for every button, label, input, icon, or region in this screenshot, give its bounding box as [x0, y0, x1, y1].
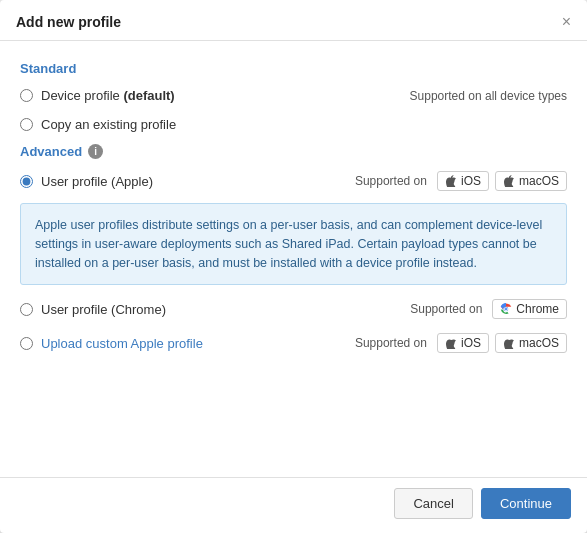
- device-profile-default: (default): [123, 88, 174, 103]
- upload-apple-radio[interactable]: [20, 337, 33, 350]
- copy-profile-label[interactable]: Copy an existing profile: [41, 117, 176, 132]
- user-profile-chrome-label[interactable]: User profile (Chrome): [41, 302, 166, 317]
- chrome-icon: [500, 303, 512, 315]
- macos-badge: macOS: [495, 171, 567, 191]
- user-profile-chrome-radio[interactable]: [20, 303, 33, 316]
- continue-button[interactable]: Continue: [481, 488, 571, 519]
- apple-macos-icon-2: [503, 337, 515, 349]
- device-profile-row: Device profile (default) Supported on al…: [20, 86, 567, 105]
- user-profile-apple-support-label: Supported on: [355, 174, 427, 188]
- modal-header: Add new profile ×: [0, 0, 587, 41]
- advanced-section-row: Advanced i: [20, 144, 567, 159]
- ios-badge: iOS: [437, 171, 489, 191]
- user-profile-chrome-support: Supported on Chrome: [410, 299, 567, 319]
- user-profile-apple-label[interactable]: User profile (Apple): [41, 174, 153, 189]
- user-profile-apple-left: User profile (Apple): [20, 174, 153, 189]
- apple-macos-icon: [503, 175, 515, 187]
- upload-apple-row: Upload custom Apple profile Supported on…: [20, 331, 567, 355]
- info-icon[interactable]: i: [88, 144, 103, 159]
- modal-body: Standard Device profile (default) Suppor…: [0, 41, 587, 477]
- user-profile-apple-row: User profile (Apple) Supported on iOS: [20, 169, 567, 193]
- add-new-profile-modal: Add new profile × Standard Device profil…: [0, 0, 587, 533]
- close-icon[interactable]: ×: [562, 14, 571, 30]
- cancel-button[interactable]: Cancel: [394, 488, 472, 519]
- upload-apple-left: Upload custom Apple profile: [20, 336, 203, 351]
- user-profile-chrome-support-label: Supported on: [410, 302, 482, 316]
- device-profile-support: Supported on all device types: [410, 89, 567, 103]
- user-profile-chrome-left: User profile (Chrome): [20, 302, 166, 317]
- upload-apple-support-label: Supported on: [355, 336, 427, 350]
- upload-apple-support: Supported on iOS macOS: [355, 333, 567, 353]
- user-profile-chrome-row: User profile (Chrome) Supported on: [20, 297, 567, 321]
- copy-profile-radio[interactable]: [20, 118, 33, 131]
- upload-macos-badge: macOS: [495, 333, 567, 353]
- user-profile-apple-support: Supported on iOS macOS: [355, 171, 567, 191]
- apple-ios-icon-2: [445, 337, 457, 349]
- copy-profile-left: Copy an existing profile: [20, 117, 176, 132]
- upload-apple-label[interactable]: Upload custom Apple profile: [41, 336, 203, 351]
- upload-ios-badge: iOS: [437, 333, 489, 353]
- device-profile-left: Device profile (default): [20, 88, 175, 103]
- user-profile-apple-radio[interactable]: [20, 175, 33, 188]
- chrome-badge: Chrome: [492, 299, 567, 319]
- svg-point-2: [505, 308, 507, 310]
- upload-apple-link[interactable]: Upload custom Apple profile: [41, 336, 203, 351]
- modal-title: Add new profile: [16, 14, 121, 30]
- apple-ios-icon: [445, 175, 457, 187]
- standard-section-label: Standard: [20, 61, 567, 76]
- chrome-badge-label: Chrome: [516, 302, 559, 316]
- device-profile-radio[interactable]: [20, 89, 33, 102]
- device-profile-support-text: Supported on all device types: [410, 89, 567, 103]
- apple-profile-info-box: Apple user profiles distribute settings …: [20, 203, 567, 285]
- modal-footer: Cancel Continue: [0, 477, 587, 533]
- copy-profile-row: Copy an existing profile: [20, 115, 567, 134]
- device-profile-label[interactable]: Device profile (default): [41, 88, 175, 103]
- advanced-section-label: Advanced: [20, 144, 82, 159]
